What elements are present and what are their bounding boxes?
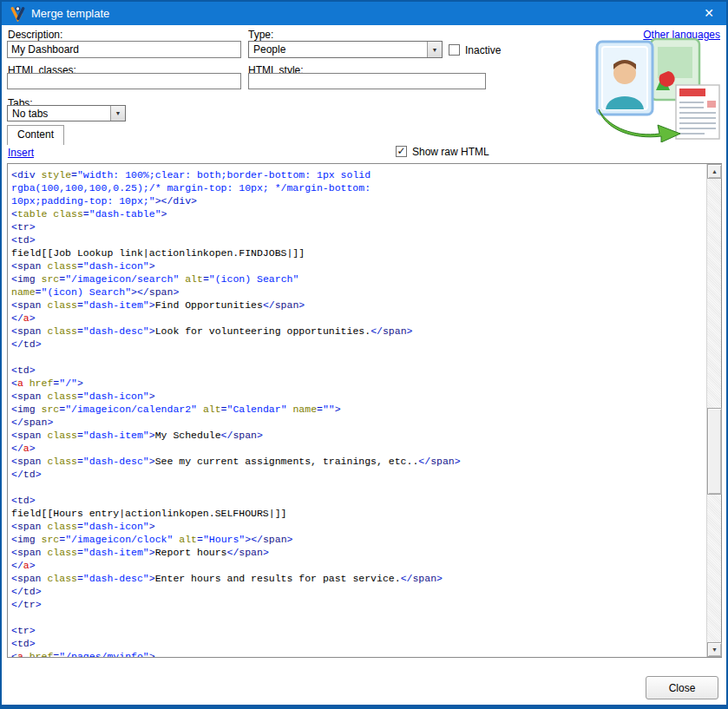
- html-style-input[interactable]: [248, 73, 486, 89]
- scrollbar-thumb[interactable]: [707, 408, 722, 495]
- close-icon[interactable]: ✕: [700, 2, 718, 25]
- type-dropdown[interactable]: People ▼: [248, 41, 443, 58]
- description-input[interactable]: [7, 41, 241, 58]
- merge-people-illustration: [595, 36, 725, 142]
- dialog-border-top: [0, 0, 728, 2]
- check-icon: ✓: [397, 147, 405, 156]
- window-title: Merge template: [31, 2, 109, 25]
- dialog-border-left: [0, 0, 2, 709]
- tabs-dropdown[interactable]: No tabs ▼: [7, 105, 126, 121]
- scroll-up-icon[interactable]: ▲: [707, 164, 722, 179]
- scroll-down-icon[interactable]: ▼: [707, 642, 722, 657]
- raw-html-editor[interactable]: <div style="width: 100%;clear: both;bord…: [7, 163, 722, 658]
- description-label: Description:: [8, 29, 62, 41]
- vertical-scrollbar[interactable]: ▲ ▼: [706, 164, 721, 657]
- title-bar: Merge template ✕: [2, 2, 726, 25]
- html-classes-input[interactable]: [7, 73, 241, 89]
- raw-html-code[interactable]: <div style="width: 100%;clear: both;bord…: [8, 164, 706, 657]
- dialog-border-bottom: [0, 705, 728, 709]
- insert-link[interactable]: Insert: [8, 147, 34, 159]
- chevron-down-icon[interactable]: ▼: [427, 42, 442, 57]
- show-raw-html-label: Show raw HTML: [412, 146, 489, 158]
- merge-template-dialog: Merge template ✕ Description: Type: Peop…: [0, 0, 728, 709]
- tabs-dropdown-value: No tabs: [12, 106, 48, 121]
- app-logo-icon: [10, 5, 26, 22]
- close-button[interactable]: Close: [646, 676, 718, 699]
- type-dropdown-value: People: [253, 42, 285, 57]
- tab-content[interactable]: Content: [7, 125, 64, 145]
- show-raw-html-checkbox[interactable]: ✓: [396, 146, 407, 157]
- inactive-checkbox[interactable]: [449, 44, 460, 56]
- chevron-down-icon[interactable]: ▼: [110, 106, 125, 121]
- inactive-label: Inactive: [465, 44, 501, 56]
- type-label: Type:: [248, 29, 273, 41]
